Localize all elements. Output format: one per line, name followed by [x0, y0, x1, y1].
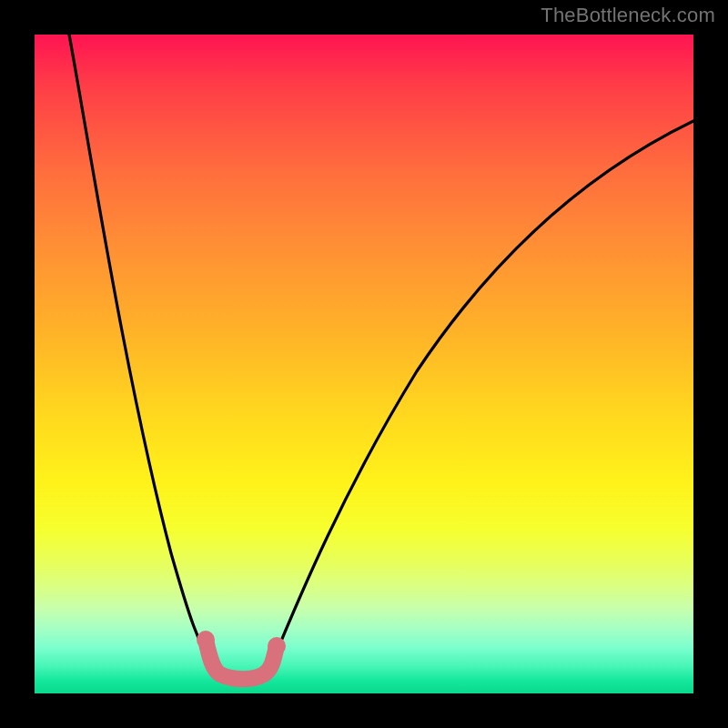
curve-path [69, 35, 693, 678]
curve-optimal-right-dot [268, 637, 286, 655]
curve-optimal-left-dot [197, 631, 215, 649]
bottleneck-curve [35, 35, 693, 693]
plot-area [35, 35, 693, 693]
watermark: TheBottleneck.com [541, 4, 715, 27]
chart-frame: TheBottleneck.com [0, 0, 728, 728]
curve-optimal-segment [206, 640, 277, 679]
